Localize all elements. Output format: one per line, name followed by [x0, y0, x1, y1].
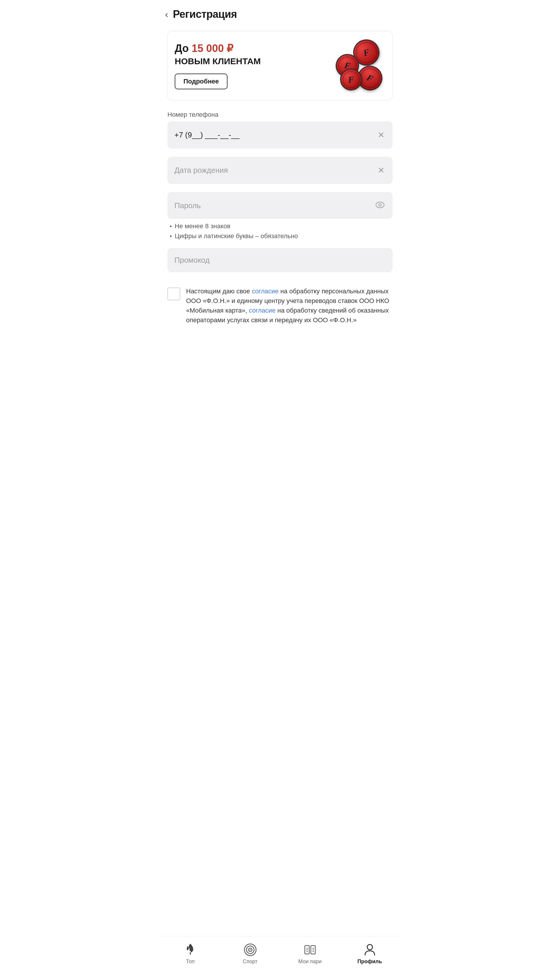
consent-link-1[interactable]: согласие — [252, 287, 278, 295]
bet-slip-icon — [303, 943, 317, 956]
flame-icon — [184, 943, 197, 956]
bottom-navigation: Топ Спорт Мои пари — [160, 936, 400, 974]
promo-details-button[interactable]: Подробнее — [175, 74, 228, 89]
consent-checkbox[interactable] — [167, 287, 180, 300]
consent-text-1: Настоящим даю свое — [186, 287, 252, 295]
svg-point-5 — [250, 949, 251, 951]
phone-field-container: ✕ — [167, 122, 393, 149]
password-hint-1: Не менее 8 знаков — [170, 222, 390, 230]
nav-label-profile: Профиль — [357, 959, 382, 965]
consent-text: Настоящим даю свое согласие на обработку… — [186, 286, 393, 325]
dob-clear-button[interactable]: ✕ — [377, 164, 386, 176]
password-hints: Не менее 8 знаков Цифры и латинские букв… — [167, 222, 393, 240]
back-button[interactable]: ‹ — [165, 10, 168, 19]
password-hint-2: Цифры и латинские буквы – обязательно — [170, 232, 390, 240]
promo-amount: До 15 000 ₽ — [175, 42, 327, 55]
dob-field-container: ✕ — [167, 157, 393, 184]
header: ‹ Регистрация — [160, 0, 400, 26]
promo-coins-decoration: F F F F — [327, 39, 385, 92]
promo-amount-value: 15 000 ₽ — [192, 42, 233, 54]
main-content: До 15 000 ₽ новым клиентам Подробнее F F… — [160, 26, 400, 936]
svg-point-1 — [379, 204, 382, 206]
nav-label-sport: Спорт — [243, 959, 258, 965]
password-field-container — [167, 192, 393, 219]
svg-point-0 — [376, 202, 384, 208]
nav-item-profile[interactable]: Профиль — [340, 941, 400, 967]
consent-link-2[interactable]: согласие — [249, 307, 276, 314]
phone-label: Номер телефона — [167, 111, 393, 119]
profile-icon — [363, 943, 376, 956]
password-toggle-button[interactable] — [375, 200, 386, 211]
nav-item-top[interactable]: Топ — [160, 941, 220, 967]
promo-text: До 15 000 ₽ новым клиентам Подробнее — [175, 42, 327, 89]
promo-field-container — [167, 248, 393, 272]
password-input[interactable] — [174, 201, 375, 210]
page-title: Регистрация — [173, 8, 237, 20]
promo-subtitle: новым клиентам — [175, 56, 327, 67]
promo-amount-prefix: До — [175, 42, 192, 54]
consent-section: Настоящим даю свое согласие на обработку… — [167, 281, 393, 331]
promo-banner: До 15 000 ₽ новым клиентам Подробнее F F… — [167, 31, 393, 100]
phone-input[interactable] — [174, 130, 377, 140]
sport-target-icon — [244, 943, 257, 956]
phone-clear-button[interactable]: ✕ — [377, 129, 386, 141]
svg-point-14 — [367, 944, 372, 950]
nav-label-top: Топ — [186, 959, 195, 965]
promo-input[interactable] — [174, 256, 386, 265]
dob-input[interactable] — [174, 166, 377, 175]
nav-item-my-bets[interactable]: Мои пари — [280, 941, 340, 967]
nav-label-my-bets: Мои пари — [298, 959, 322, 965]
nav-item-sport[interactable]: Спорт — [220, 941, 280, 967]
